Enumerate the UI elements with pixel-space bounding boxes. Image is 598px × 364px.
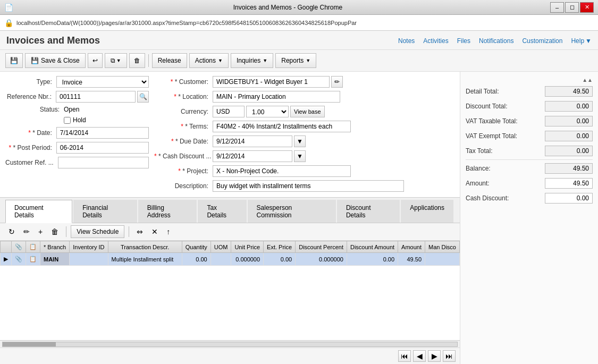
upload-button[interactable]: ↑ xyxy=(163,225,173,238)
fit-columns-button[interactable]: ⇔ xyxy=(133,225,146,238)
view-schedule-button[interactable]: View Schedule xyxy=(71,225,124,238)
vat-taxable-label: VAT Taxable Total: xyxy=(466,117,518,125)
col-quantity: Quantity xyxy=(182,241,210,253)
date-input[interactable] xyxy=(56,127,149,139)
tab-document-details[interactable]: Document Details xyxy=(5,200,72,223)
scrollbar-track[interactable] xyxy=(2,342,458,347)
form-left-col: Type: Invoice Reference Nbr.: 🔍 Stat xyxy=(5,76,149,195)
close-button[interactable]: ✕ xyxy=(580,2,594,13)
save-icon: 💾 xyxy=(31,57,39,64)
reports-button[interactable]: Reports ▼ xyxy=(275,53,316,68)
inquiries-dropdown-icon: ▼ xyxy=(263,58,267,63)
amount-value[interactable]: 49.50 xyxy=(545,178,593,189)
balance-value: 49.50 xyxy=(545,163,593,174)
vat-taxable-row: VAT Taxable Total: 0.00 xyxy=(466,115,593,128)
customer-input[interactable] xyxy=(213,76,330,88)
copy-button[interactable]: ⧉ ▼ xyxy=(105,53,127,68)
pagination-bar: ⏮ ◀ ▶ ⏭ xyxy=(0,348,460,364)
last-page-button[interactable]: ⏭ xyxy=(443,350,456,362)
row-expand[interactable]: ▶ xyxy=(1,253,12,266)
notifications-link[interactable]: Notifications xyxy=(479,37,513,45)
table-row[interactable]: ▶ 📎 📋 MAIN Multiple Installment split 0.… xyxy=(1,253,460,266)
due-date-calendar-icon[interactable]: ▼ xyxy=(294,136,306,147)
next-page-button[interactable]: ▶ xyxy=(428,350,441,362)
window-title: Invoices and Memos - Google Chrome xyxy=(26,4,550,11)
cash-discount-calendar-icon[interactable]: ▼ xyxy=(294,150,306,162)
header-links: Notes Activities Files Notifications Cus… xyxy=(398,37,592,45)
location-input[interactable] xyxy=(213,91,340,103)
ref-search-icon[interactable]: 🔍 xyxy=(137,91,149,103)
activities-link[interactable]: Activities xyxy=(423,37,448,45)
col-transaction-descr: Transaction Descr. xyxy=(108,241,182,253)
vat-exempt-label: VAT Exempt Total: xyxy=(466,132,517,140)
amount-row: Amount: 49.50 xyxy=(466,177,593,190)
tab-billing-address[interactable]: Billing Address xyxy=(138,200,197,223)
cash-discount-date-input[interactable] xyxy=(213,150,292,162)
due-date-input[interactable] xyxy=(213,136,292,147)
tab-financial-details[interactable]: Financial Details xyxy=(73,200,137,223)
undo-button[interactable]: ↩ xyxy=(88,53,103,68)
balance-label: Balance: xyxy=(466,165,491,172)
col-discount-percent: Discount Percent xyxy=(296,241,347,253)
prev-page-button[interactable]: ◀ xyxy=(413,350,426,362)
inquiries-button[interactable]: Inquiries ▼ xyxy=(231,53,273,68)
delete-button[interactable]: 🗑 xyxy=(129,53,145,68)
discount-total-label: Discount Total: xyxy=(466,103,508,110)
actions-button[interactable]: Actions ▼ xyxy=(189,53,229,68)
collapse-icon[interactable]: ▲▲ xyxy=(582,77,593,83)
tab-salesperson-commission[interactable]: Salesperson Commission xyxy=(248,200,336,223)
vat-taxable-value: 0.00 xyxy=(545,116,593,126)
type-select[interactable]: Invoice xyxy=(56,76,149,88)
page-icon: 🔒 xyxy=(4,19,13,27)
help-link[interactable]: Help ▼ xyxy=(571,37,592,45)
description-input[interactable] xyxy=(213,180,404,192)
tax-total-value: 0.00 xyxy=(545,146,593,156)
hold-label[interactable]: Hold xyxy=(64,116,86,124)
hold-checkbox[interactable] xyxy=(64,117,71,124)
restore-button[interactable]: ◻ xyxy=(565,2,579,13)
summary-divider xyxy=(466,159,593,160)
currency-rate-select[interactable]: 1.00 xyxy=(246,106,289,117)
customization-link[interactable]: Customization xyxy=(522,37,562,45)
col-branch: * Branch xyxy=(40,241,70,253)
detail-total-row: Detail Total: 49.50 xyxy=(466,85,593,98)
form-middle-col: * Customer: ✏ * Location: Currency: xyxy=(154,76,454,195)
horizontal-scrollbar[interactable] xyxy=(0,340,460,348)
app-title: Invoices and Memos xyxy=(6,35,100,46)
delete-row-button[interactable]: 🗑 xyxy=(48,225,62,238)
refresh-button[interactable]: ↻ xyxy=(5,225,18,238)
files-link[interactable]: Files xyxy=(457,37,470,45)
ref-input[interactable] xyxy=(56,91,136,103)
currency-input[interactable] xyxy=(213,106,245,117)
cash-discount-value[interactable]: 0.00 xyxy=(545,193,593,204)
customer-edit-icon[interactable]: ✏ xyxy=(331,76,343,88)
export-button[interactable]: ✕ xyxy=(148,225,161,238)
tab-tax-details[interactable]: Tax Details xyxy=(198,200,246,223)
save-button[interactable]: 💾 xyxy=(5,53,23,68)
customer-ref-input[interactable] xyxy=(58,157,149,168)
tab-discount-details[interactable]: Discount Details xyxy=(337,200,400,223)
minimize-button[interactable]: – xyxy=(550,2,564,13)
view-base-button[interactable]: View base xyxy=(290,106,325,117)
first-page-button[interactable]: ⏮ xyxy=(398,350,411,362)
row-attach[interactable]: 📎 xyxy=(12,253,26,266)
row-transaction-descr: Multiple Installment split xyxy=(108,253,182,266)
tabs-bar: Document Details Financial Details Billi… xyxy=(0,197,460,223)
row-inventory-id xyxy=(70,253,108,266)
type-label: Type: xyxy=(5,78,56,86)
currency-label: Currency: xyxy=(154,108,213,115)
col-unit-price: Unit Price xyxy=(231,241,264,253)
terms-input[interactable] xyxy=(213,121,351,132)
add-row-button[interactable]: + xyxy=(35,225,46,238)
save-close-button[interactable]: 💾 Save & Close xyxy=(25,53,86,68)
tab-applications[interactable]: Applications xyxy=(401,200,453,223)
release-button[interactable]: Release xyxy=(152,53,187,68)
post-period-input[interactable] xyxy=(56,142,149,154)
url-text: localhost/DemoData/(W(10000))/pages/ar/a… xyxy=(16,20,594,26)
row-note[interactable]: 📋 xyxy=(26,253,40,266)
detail-total-value: 49.50 xyxy=(545,86,593,97)
project-input[interactable] xyxy=(213,165,351,177)
notes-link[interactable]: Notes xyxy=(398,37,415,45)
scrollbar-thumb[interactable] xyxy=(3,342,56,346)
edit-row-button[interactable]: ✏ xyxy=(20,225,33,238)
